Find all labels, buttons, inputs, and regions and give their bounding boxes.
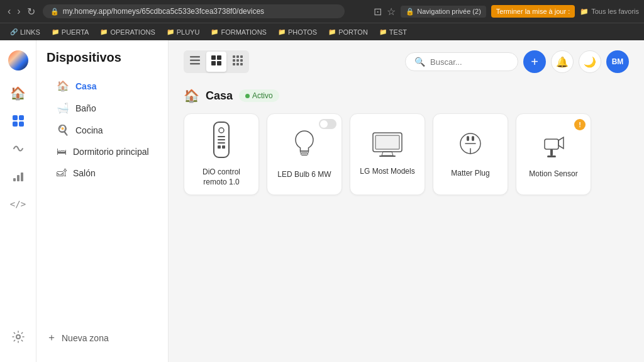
app-layout: 🏠 </> (0, 40, 644, 362)
sidebar-item-bano[interactable]: 🛁 Baño (42, 97, 163, 119)
nav-insights[interactable] (6, 164, 31, 189)
svg-point-7 (16, 335, 20, 339)
status-dot (245, 94, 250, 98)
plus-icon: ＋ (47, 331, 57, 344)
folder-formations-icon: 📁 (211, 28, 218, 35)
add-zone-button[interactable]: ＋ Nueva zona (47, 331, 158, 344)
private-label: Navigation privée (2) (417, 8, 481, 15)
svg-rect-11 (211, 55, 216, 60)
view-list-button[interactable] (185, 52, 205, 72)
bookmark-photos[interactable]: 📁 PHOTOS (273, 27, 322, 37)
sidebar: Dispositivos 🏠 Casa 🛁 Baño 🍳 Cocina 🛏 Do… (36, 40, 169, 362)
bookmark-formations[interactable]: 📁 FORMATIONS (206, 27, 272, 37)
bulb-icon (292, 128, 316, 165)
svg-rect-8 (190, 56, 200, 58)
notifications-button[interactable]: 🔔 (551, 50, 574, 73)
room-header: 🏠 Casa Activo (169, 83, 644, 113)
svg-rect-12 (217, 55, 221, 60)
svg-rect-4 (13, 178, 16, 181)
folder-photos-icon: 📁 (278, 28, 286, 35)
list-view-icon (190, 56, 200, 65)
sidebar-item-casa[interactable]: 🏠 Casa (42, 75, 163, 97)
lg-name: LG Most Models (360, 167, 414, 177)
nav-home[interactable]: 🏠 (6, 81, 31, 106)
nav-apps[interactable] (6, 108, 31, 133)
insights-icon (11, 169, 25, 183)
bookmark-operations[interactable]: 📁 OPERATIONS (95, 27, 160, 37)
svg-rect-40 (472, 136, 474, 141)
add-device-button[interactable]: + (523, 50, 546, 73)
back-button[interactable]: ‹ (5, 4, 13, 19)
svg-rect-22 (236, 63, 239, 65)
search-input[interactable] (430, 57, 509, 67)
sidebar-item-cocina[interactable]: 🍳 Cocina (42, 119, 163, 141)
svg-rect-13 (211, 61, 216, 65)
star-button[interactable]: ☆ (387, 6, 396, 18)
nav-settings[interactable] (6, 324, 31, 349)
bookmark-puerta[interactable]: 📁 PUERTA (47, 27, 94, 37)
folder-pluyu-icon: 📁 (167, 28, 174, 35)
view-grid2-button[interactable] (228, 52, 248, 72)
forward-button[interactable]: › (14, 4, 23, 19)
sidebar-item-dormitorio[interactable]: 🛏 Dormitorio principal (42, 141, 163, 162)
lock-icon: 🔒 (50, 8, 59, 16)
device-card-motion[interactable]: ! Motion Sensor (516, 113, 591, 195)
moon-icon: 🌙 (584, 56, 596, 68)
svg-rect-23 (240, 63, 243, 65)
nav-flows[interactable] (6, 136, 31, 161)
favoris-button[interactable]: 📁 Tous les favoris (580, 8, 639, 16)
reload-button[interactable]: ↻ (25, 4, 38, 19)
cocina-icon: 🍳 (57, 124, 69, 136)
svg-rect-3 (19, 122, 24, 127)
bookmark-links[interactable]: 🔗 LINKS (5, 27, 45, 37)
device-card-plug[interactable]: Matter Plug (433, 113, 508, 195)
svg-marker-42 (558, 137, 564, 149)
svg-rect-39 (467, 136, 469, 141)
room-status-badge: Activo (239, 89, 279, 102)
svg-rect-44 (547, 156, 556, 157)
dormitorio-label: Dormitorio principal (73, 147, 149, 157)
developer-icon: </> (10, 199, 26, 209)
svg-rect-6 (21, 173, 23, 181)
svg-rect-43 (550, 149, 553, 156)
search-icon: 🔍 (414, 57, 425, 67)
bookmark-pluyu[interactable]: 📁 PLUYU (162, 27, 205, 37)
svg-rect-28 (218, 142, 225, 144)
user-avatar-button[interactable]: BM (606, 50, 629, 73)
terminer-button[interactable]: Terminer la mise à jour : (491, 5, 575, 18)
svg-rect-41 (545, 139, 558, 149)
svg-rect-1 (19, 115, 24, 120)
homey-logo[interactable] (6, 48, 31, 73)
address-bar[interactable]: 🔒 my.homey.app/homeys/65cdbca5c533e3fcea… (43, 4, 345, 18)
casa-label: Casa (75, 81, 96, 91)
nav-developer[interactable]: </> (6, 191, 31, 217)
dormitorio-icon: 🛏 (57, 146, 67, 157)
device-card-lg[interactable]: LG Most Models (350, 113, 425, 195)
grid-view-icon (211, 55, 221, 65)
svg-rect-30 (222, 145, 225, 149)
tv-icon (372, 132, 403, 162)
dark-mode-button[interactable]: 🌙 (579, 50, 601, 73)
svg-rect-2 (13, 122, 18, 127)
bookmark-porton[interactable]: 📁 PORTON (323, 27, 373, 37)
link-icon: 🔗 (10, 28, 18, 35)
svg-rect-18 (233, 59, 235, 62)
view-grid-button[interactable] (206, 52, 226, 72)
sidebar-item-salon[interactable]: 🛋 Salón (42, 162, 163, 184)
translate-button[interactable]: ⊡ (374, 6, 382, 18)
sidebar-title: Dispositivos (36, 50, 168, 75)
home-icon: 🏠 (10, 86, 26, 101)
add-zone-label: Nueva zona (62, 333, 109, 343)
svg-rect-9 (190, 60, 200, 62)
folder-porton-icon: 📁 (328, 28, 336, 35)
search-bar[interactable]: 🔍 (405, 52, 518, 71)
device-card-bulb[interactable]: LED Bulb 6 MW (267, 113, 342, 195)
room-icon: 🏠 (184, 88, 199, 103)
svg-rect-34 (301, 153, 308, 155)
url-text: my.homey.app/homeys/65cdbca5c533e3fcea37… (63, 7, 264, 16)
bookmark-test[interactable]: 📁 TEST (374, 27, 412, 37)
device-card-dio[interactable]: DiO control remoto 1.0 (184, 113, 259, 195)
motion-icon (540, 129, 567, 164)
toggle-icon[interactable] (319, 119, 336, 129)
plug-name: Matter Plug (451, 169, 489, 179)
